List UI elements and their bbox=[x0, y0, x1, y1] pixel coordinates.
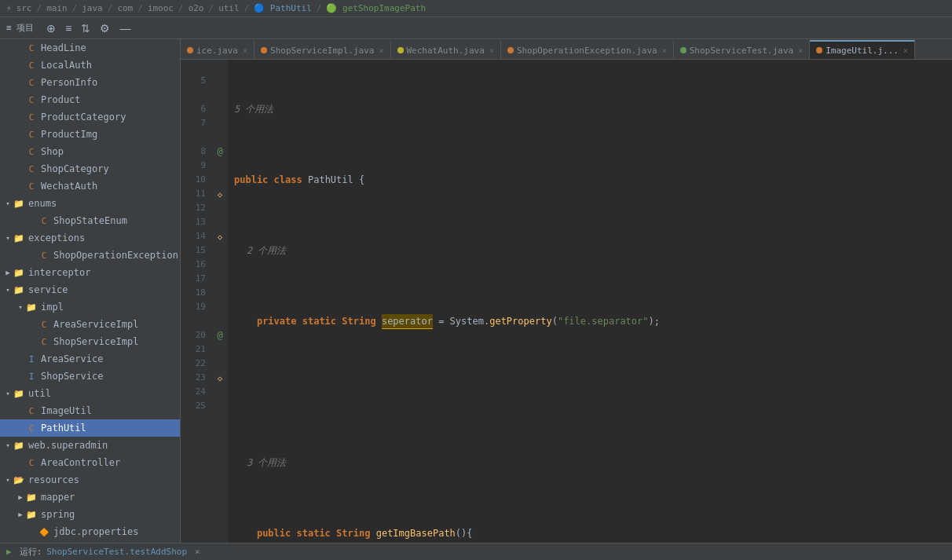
tab-ice[interactable]: ice.java × bbox=[181, 40, 254, 59]
item-label: WechatAuth bbox=[41, 181, 97, 192]
breadcrumb-main: main bbox=[46, 3, 68, 13]
item-label: service bbox=[28, 284, 68, 295]
tab-close-icon[interactable]: × bbox=[489, 46, 494, 55]
bookmark-23[interactable]: ◇ bbox=[212, 371, 228, 385]
toolbar-collapse-btn[interactable]: — bbox=[116, 20, 134, 36]
item-label: HeadLine bbox=[41, 42, 86, 53]
sidebar-item-product[interactable]: C Product bbox=[0, 91, 180, 108]
tab-close-icon[interactable]: × bbox=[243, 46, 247, 55]
tab-shopop[interactable]: ShopOperationException.java × bbox=[501, 40, 674, 59]
sidebar-item-shop[interactable]: C Shop bbox=[0, 143, 180, 160]
tab-label: ShopServiceImpl.java bbox=[270, 46, 374, 56]
bookmark-8[interactable]: @ bbox=[212, 145, 228, 159]
breadcrumb-util: util bbox=[218, 3, 240, 13]
sidebar-item-productimg[interactable]: C ProductImg bbox=[0, 126, 180, 143]
class-icon: C bbox=[25, 43, 38, 53]
top-path-bar: ⚡ src / main / java / com / imooc / o2o … bbox=[0, 0, 952, 17]
sidebar-scroll[interactable]: C HeadLine C LocalAuth C PersonInfo C Pr… bbox=[0, 39, 180, 543]
status-run-item[interactable]: ShopServiceTest.testAddShop bbox=[46, 547, 187, 557]
sidebar-folder-websuperadmin[interactable]: ▾ 📁 web.superadmin bbox=[0, 437, 180, 454]
arrow-open-icon: ▾ bbox=[3, 476, 13, 484]
class-icon: C bbox=[25, 164, 38, 174]
item-label: LocalAuth bbox=[41, 60, 92, 71]
sidebar-item-productcategory[interactable]: C ProductCategory bbox=[0, 108, 180, 126]
breadcrumb-method[interactable]: 🟢 getShopImagePath bbox=[326, 3, 426, 13]
sidebar-item-shopserviceimpl[interactable]: C ShopServiceImpl bbox=[0, 333, 180, 350]
code-editor[interactable]: 5 6 7 8 9 10 11 12 13 14 15 16 17 18 19 … bbox=[181, 60, 952, 543]
sidebar-item-shopservice[interactable]: I ShopService bbox=[0, 368, 180, 385]
tab-shoptest[interactable]: ShopServiceTest.java × bbox=[674, 40, 810, 59]
bookmark-14[interactable]: ◇ bbox=[212, 229, 228, 243]
sidebar-item-localauth[interactable]: C LocalAuth bbox=[0, 57, 180, 74]
class-icon: C bbox=[25, 112, 38, 123]
tab-close-icon[interactable]: × bbox=[903, 46, 908, 55]
sidebar-item-shopopexception[interactable]: C ShopOperationException bbox=[0, 247, 180, 264]
sidebar-folder-impl[interactable]: ▾ 📁 impl bbox=[0, 298, 180, 316]
sidebar-folder-resources[interactable]: ▾ 📂 resources bbox=[0, 471, 180, 489]
tab-label: ImageUtil.j... bbox=[826, 46, 899, 56]
breadcrumb-src: src bbox=[16, 3, 32, 13]
tab-close-icon[interactable]: × bbox=[798, 46, 803, 55]
sidebar-item-areaserviceimpl[interactable]: C AreaServiceImpl bbox=[0, 316, 180, 333]
item-label: spring bbox=[41, 509, 75, 520]
item-label: util bbox=[28, 388, 51, 399]
class-icon: C bbox=[25, 95, 38, 105]
sidebar-folder-mapper[interactable]: ▶ 📁 mapper bbox=[0, 489, 180, 506]
tab-wechat[interactable]: WechatAuth.java × bbox=[391, 40, 501, 59]
item-label: ProductCategory bbox=[41, 112, 126, 123]
toolbar-add-btn[interactable]: ⊕ bbox=[43, 20, 59, 36]
editor-wrapper: ice.java × ShopServiceImpl.java × Wechat… bbox=[181, 39, 952, 543]
class-icon: C bbox=[25, 78, 38, 88]
item-label: ShopOperationException bbox=[53, 250, 178, 261]
sidebar-folder-exceptions[interactable]: ▾ 📁 exceptions bbox=[0, 229, 180, 247]
breadcrumb-com: com bbox=[117, 3, 133, 13]
sidebar-item-headline[interactable]: C HeadLine bbox=[0, 39, 180, 57]
sidebar-item-pathutil[interactable]: C PathUtil bbox=[0, 419, 180, 437]
sidebar-item-shopcategory[interactable]: C ShopCategory bbox=[0, 160, 180, 178]
sidebar-folder-util[interactable]: ▾ 📁 util bbox=[0, 385, 180, 402]
line-numbers: 5 6 7 8 9 10 11 12 13 14 15 16 17 18 19 … bbox=[181, 60, 212, 543]
toolbar-list-btn[interactable]: ≡ bbox=[62, 20, 75, 36]
project-label[interactable]: ≡ 项目 bbox=[6, 22, 34, 34]
class-icon: C bbox=[38, 216, 50, 226]
hint-2uses: 2 个用法 bbox=[234, 243, 286, 258]
sidebar-folder-interceptor[interactable]: ▶ 📁 interceptor bbox=[0, 264, 180, 281]
sidebar-item-areacontroller[interactable]: C AreaController bbox=[0, 454, 180, 471]
code-line-6: private static String seperator = System… bbox=[234, 314, 952, 328]
toolbar-settings-btn[interactable]: ⚙ bbox=[97, 20, 113, 36]
code-content[interactable]: 5 个用法 public class PathUtil { 2 个用法 priv… bbox=[228, 60, 952, 543]
class-icon: C bbox=[25, 147, 38, 157]
sidebar-item-areaservice[interactable]: I AreaService bbox=[0, 350, 180, 368]
tab-close-icon[interactable]: × bbox=[662, 46, 667, 55]
sidebar-item-jdbc-properties[interactable]: 🔶 jdbc.properties bbox=[0, 523, 180, 540]
sidebar-folder-spring[interactable]: ▶ 📁 spring bbox=[0, 506, 180, 523]
code-line: 5 个用法 bbox=[234, 102, 952, 116]
sidebar-item-personinfo[interactable]: C PersonInfo bbox=[0, 74, 180, 91]
code-line-8: public static String getImgBasePath(){ bbox=[234, 526, 952, 540]
bookmark-20[interactable]: @ bbox=[212, 328, 228, 342]
arrow-closed-icon: ▶ bbox=[3, 269, 13, 276]
breadcrumb-pathutil[interactable]: 🔵 PathUtil bbox=[254, 3, 312, 13]
toolbar-sort-btn[interactable]: ⇅ bbox=[78, 20, 93, 36]
tab-close-icon[interactable]: × bbox=[379, 46, 383, 55]
status-close[interactable]: × bbox=[195, 547, 200, 557]
sidebar-folder-service[interactable]: ▾ 📁 service bbox=[0, 281, 180, 298]
folder-icon: 📁 bbox=[13, 441, 25, 451]
class-icon: C bbox=[25, 60, 38, 71]
class-icon: C bbox=[25, 458, 38, 468]
sidebar-item-wechatauth[interactable]: C WechatAuth bbox=[0, 178, 180, 195]
sidebar-folder-enums[interactable]: ▾ 📁 enums bbox=[0, 195, 180, 212]
item-label: ProductImg bbox=[41, 129, 97, 140]
item-label: AreaService bbox=[41, 353, 103, 364]
arrow-closed-icon: ▶ bbox=[16, 511, 25, 518]
sidebar-item-imageutil[interactable]: C ImageUtil bbox=[0, 402, 180, 419]
folder-icon: 📁 bbox=[13, 268, 25, 278]
tab-imageutil[interactable]: ImageUtil.j... × bbox=[810, 40, 915, 59]
tab-dot-icon bbox=[816, 47, 822, 53]
item-label: AreaServiceImpl bbox=[53, 319, 138, 330]
tab-shopservice[interactable]: ShopServiceImpl.java × bbox=[254, 40, 390, 59]
bookmark-11[interactable]: ◇ bbox=[212, 187, 228, 201]
breadcrumb-java: java bbox=[82, 3, 103, 13]
class-icon: C bbox=[38, 251, 50, 261]
sidebar-item-shopstateenum[interactable]: C ShopStateEnum bbox=[0, 212, 180, 229]
